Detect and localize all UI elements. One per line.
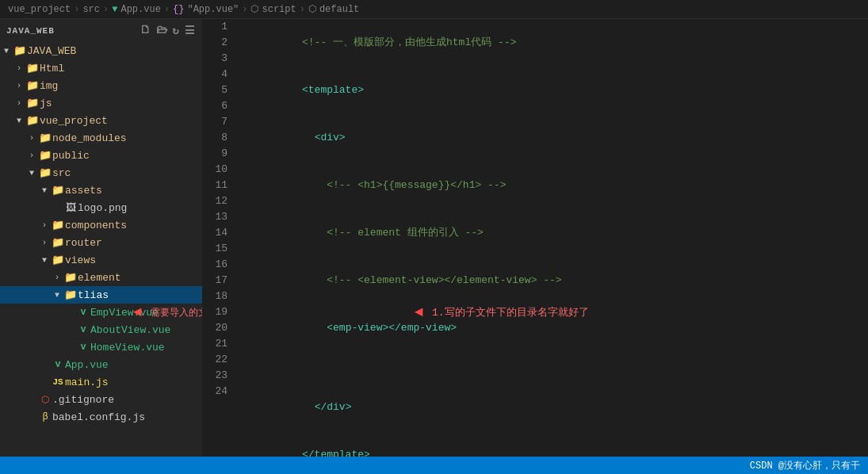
status-text: CSDN @没有心肝，只有干 [750,459,860,472]
sidebar-item-label: Html [40,63,64,75]
sidebar-item-java-web[interactable]: ▼ 📁 JAVA_WEB [0,42,202,59]
sidebar-item-label: views [65,254,96,266]
line-number: 6 [202,98,228,114]
annotation-text-7: 1.写的子文件下的目录名字就好了 [432,305,589,321]
line-number: 20 [202,320,228,336]
sidebar-item-src[interactable]: ▼ 📁 src [0,164,202,182]
annotation-arrow-7: ◄ [415,304,423,320]
expand-arrow: ▼ [13,117,25,125]
sidebar-item-label: JAVA_WEB [27,45,76,57]
code-tag: </div> [315,401,352,413]
breadcrumb-part: default [319,4,359,15]
line-number: 15 [202,241,228,257]
sidebar-item-label: assets [65,185,102,197]
editor-area: 1 2 3 4 5 6 7 8 9 10 11 12 13 14 15 16 1… [202,19,868,457]
sidebar-item-label: HomeView.vue [90,342,165,354]
breadcrumb-part: script [262,4,296,15]
sidebar-item-router[interactable]: › 📁 router [0,234,202,251]
line-number: 9 [202,146,228,162]
expand-arrow: ▼ [25,169,38,178]
code-line-5: <!-- element 组件的引入 --> [240,209,868,257]
breadcrumb-sep: › [103,4,109,15]
sidebar-item-element[interactable]: › 📁 element [0,269,202,286]
sidebar-item-main-js[interactable]: › JS main.js [0,373,202,391]
vue-file-icon: V [76,342,90,352]
line-number: 4 [202,67,228,82]
annotation-text: 需要导入的文件 [151,306,202,319]
sidebar-title: JAVA_WEB [6,26,55,36]
folder-icon: 📁 [25,62,40,75]
vue-file-icon: V [76,325,90,334]
code-line-8: </div> [240,384,868,431]
main-layout: JAVA_WEB 🗋 🗁 ↻ ☰ ▼ 📁 JAVA_WEB › 📁 Html [0,19,868,457]
expand-arrow: ▼ [38,256,51,265]
folder-icon: 📁 [51,236,65,249]
sidebar-item-homeview[interactable]: › V HomeView.vue [0,338,202,356]
line-number: 18 [202,289,228,304]
js-file-icon: JS [51,377,65,387]
sidebar-item-assets[interactable]: ▼ 📁 assets [0,182,202,199]
sidebar-item-babel-config[interactable]: › β babel.config.js [0,408,202,426]
code-tag: <template> [302,84,364,96]
sidebar: JAVA_WEB 🗋 🗁 ↻ ☰ ▼ 📁 JAVA_WEB › 📁 Html [0,19,202,457]
code-editor[interactable]: <!-- 一、模版部分，由他生成html代码 --> <template> <d… [234,19,868,457]
code-line-7: <emp-view></emp-view> ◄ 1.写的子文件下的目录名字就好了 [240,304,868,384]
sidebar-item-label: App.vue [65,359,109,371]
expand-arrow: › [25,151,38,160]
sidebar-item-aboutview[interactable]: › V AboutView.vue [0,321,202,338]
sidebar-item-components[interactable]: › 📁 components [0,216,202,234]
folder-icon: 📁 [13,44,27,57]
sidebar-item-label: AboutView.vue [90,324,170,336]
babel-icon: β [38,411,52,422]
folder-icon: 📁 [38,149,52,162]
line-number: 3 [202,51,228,67]
new-file-icon[interactable]: 🗋 [140,24,151,37]
line-numbers: 1 2 3 4 5 6 7 8 9 10 11 12 13 14 15 16 1… [202,19,234,457]
expand-arrow: › [25,134,38,143]
sidebar-item-label: .gitignore [52,394,114,406]
collapse-icon[interactable]: ☰ [185,24,196,37]
folder-icon: 📁 [38,132,52,144]
sidebar-item-empview[interactable]: › V EmpView.vue ◄ 需要导入的文件 [0,304,202,321]
vue-file-icon: V [76,308,90,317]
sidebar-header-icons: 🗋 🗁 ↻ ☰ [140,24,196,37]
sidebar-item-label: public [52,150,90,162]
code-line-1: <!-- 一、模版部分，由他生成html代码 --> [240,19,868,67]
expand-arrow: ▼ [0,47,13,55]
line-number: 23 [202,368,228,384]
line-number: 7 [202,114,228,130]
sidebar-item-tlias[interactable]: ▼ 📁 tlias [0,286,202,304]
line-number: 2 [202,35,228,51]
sidebar-item-label: components [65,220,127,231]
expand-arrow: ▼ [51,291,63,300]
sidebar-item-js-folder[interactable]: › 📁 js [0,94,202,112]
vue-file-icon: V [51,360,65,369]
sidebar-item-views[interactable]: ▼ 📁 views [0,251,202,269]
sidebar-item-logo-png[interactable]: › 🖼 logo.png [0,199,202,216]
code-comment: <!-- element 组件的引入 --> [302,227,484,239]
vue-icon: ▼ [112,4,117,15]
new-folder-icon[interactable]: 🗁 [156,24,168,37]
refresh-icon[interactable]: ↻ [173,24,180,37]
expand-arrow: › [13,82,25,90]
sidebar-item-label: node_modules [52,132,127,144]
folder-icon: 📁 [51,219,65,231]
sidebar-item-img[interactable]: › 📁 img [0,77,202,94]
sidebar-item-label: element [78,272,121,284]
breadcrumb-part: ⬡ [308,3,316,15]
sidebar-item-app-vue[interactable]: › V App.vue [0,356,202,373]
annotation-arrow: ◄ [133,304,142,320]
sidebar-item-gitignore[interactable]: › ⬡ .gitignore [0,391,202,408]
sidebar-item-public[interactable]: › 📁 public [0,147,202,164]
line-number: 14 [202,225,228,241]
sidebar-item-label: main.js [65,377,109,388]
sidebar-item-html[interactable]: › 📁 Html [0,59,202,77]
bracket-icon: {} [173,4,184,15]
breadcrumb-sep: › [300,4,305,15]
line-number: 11 [202,178,228,193]
sidebar-item-node-modules[interactable]: › 📁 node_modules [0,129,202,147]
folder-icon: 📁 [38,166,52,179]
expand-arrow: › [13,99,25,108]
status-bar: CSDN @没有心肝，只有干 [0,457,868,474]
sidebar-item-vue-project[interactable]: ▼ 📁 vue_project [0,112,202,129]
